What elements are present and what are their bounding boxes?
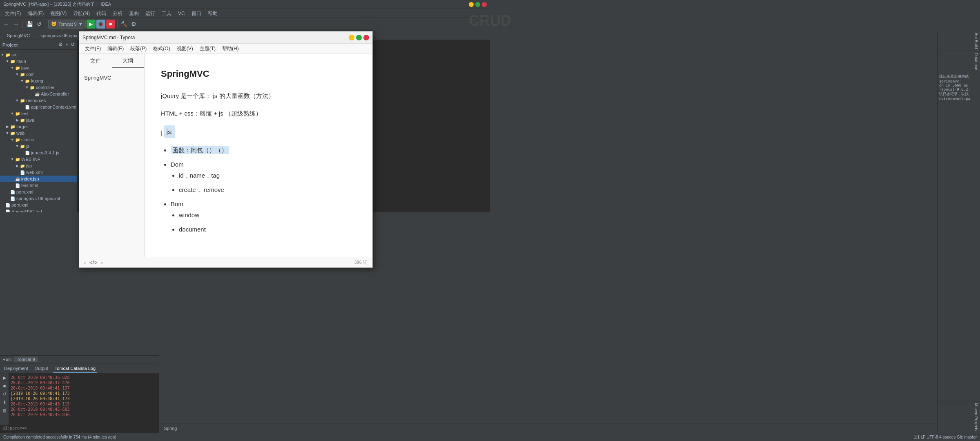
toolbar-sync[interactable]: ↺	[35, 20, 44, 29]
sidebar-title: Project	[2, 42, 18, 47]
run-config-label: Tomcat 9	[58, 22, 77, 27]
tree-label: springmvc-06-ajax.iml	[16, 196, 60, 201]
tree-arrow: ▼	[10, 138, 15, 142]
tree-item-web-inf[interactable]: ▼📁WEB-INF	[0, 156, 77, 163]
tree-item-ajaxcontroller[interactable]: ☕AjaxController	[0, 91, 77, 97]
tree-icon: 📁	[20, 163, 25, 169]
tree-item-com[interactable]: ▼📁com	[0, 71, 77, 78]
menu-item[interactable]: 代码	[93, 9, 109, 18]
menu-item[interactable]: 导航(N)	[70, 9, 93, 18]
tree-item-web[interactable]: ▼📁web	[0, 130, 77, 136]
menu-item[interactable]: 工具	[158, 9, 175, 18]
tree-item-resources[interactable]: ▼📁resources	[0, 97, 77, 104]
debug-button[interactable]: 🐞	[96, 20, 105, 29]
tree-item-main[interactable]: ▼📁main	[0, 58, 77, 65]
typora-tab-outline[interactable]: 大纲	[112, 53, 145, 68]
editor-tab-springmvc-06-ajax[interactable]: springmvc-06-ajax	[35, 31, 82, 40]
run-config-selector[interactable]: 🐱 Tomcat 9 ▼	[48, 20, 86, 29]
tree-icon: 📁	[15, 156, 20, 162]
close-button[interactable]	[482, 2, 487, 7]
tree-item-java[interactable]: ▼📁java	[0, 65, 77, 71]
minimize-button[interactable]	[469, 2, 474, 7]
tree-item-java[interactable]: ▶📁java	[0, 117, 77, 123]
typora-maximize[interactable]	[356, 35, 362, 40]
tree-label: com	[26, 72, 35, 77]
toolbar-sep3	[117, 20, 118, 28]
typora-tab-file[interactable]: 文件	[79, 53, 112, 68]
tree-label: java	[21, 65, 29, 70]
tree-item-index-jsp[interactable]: ☕index.jsp	[0, 176, 77, 182]
tree-item-target[interactable]: ▶📁target	[0, 123, 77, 130]
tree-label: WEB-INF	[21, 157, 40, 162]
tree-icon: 📄	[24, 104, 30, 110]
tree-item-pom-xml[interactable]: 📄pom.xml	[0, 189, 77, 195]
tree-label: web.xml	[26, 170, 42, 175]
tree-item-test[interactable]: ▼📁test	[0, 110, 77, 117]
tree-icon: ☕	[15, 176, 20, 182]
tree-item-springmvc-md[interactable]: 📄SpringMVC.md	[0, 208, 77, 212]
typora-minimize[interactable]	[349, 35, 354, 40]
menu-item[interactable]: 分析	[109, 9, 126, 18]
bom-sublist: window document	[179, 209, 356, 220]
tree-item-test-html[interactable]: 📄test.html	[0, 182, 77, 189]
typora-menu-item[interactable]: 文件(F)	[82, 44, 104, 53]
menu-item[interactable]: VC	[175, 9, 188, 18]
menu-item[interactable]: 帮助	[205, 9, 221, 18]
run-config-arrow: ▼	[78, 22, 83, 27]
tree-icon: 📁	[29, 85, 35, 90]
menu-item[interactable]: 编辑(E)	[24, 9, 47, 18]
toolbar-build[interactable]: 🔨	[120, 20, 129, 29]
editor-tab-springmvc[interactable]: SpringMVC	[2, 31, 35, 40]
typora-menu-item[interactable]: 帮助(H)	[219, 44, 242, 53]
toolbar-settings[interactable]: ⚙	[129, 20, 138, 29]
menu-item[interactable]: 运行	[142, 9, 158, 18]
tree-item-web-xml[interactable]: 📄web.xml	[0, 169, 77, 176]
window-title: SpringMVC [代码-ajax] – [195325] 之代码的了！ ID…	[3, 1, 111, 7]
tree-icon: 📄	[10, 196, 16, 201]
tree-item-jquery-3-4-1-js[interactable]: 📄jquery-3.4.1.js	[0, 149, 77, 156]
typora-menu-item[interactable]: 主题(T)	[196, 44, 219, 53]
toolbar-forward[interactable]: →	[11, 20, 20, 29]
tree-label: web	[16, 131, 24, 136]
typora-close[interactable]	[363, 35, 369, 40]
menu-item[interactable]: 视图(V)	[47, 9, 70, 18]
typora-sidebar: 文件 大纲 SpringMVC	[79, 53, 145, 220]
js-label-row: | js:	[161, 125, 356, 141]
tree-icon: ☕	[34, 91, 40, 97]
tree-item-pom-xml[interactable]: 📄pom.xml	[0, 202, 77, 208]
window-controls	[469, 2, 487, 7]
tree-arrow: ▼	[5, 131, 10, 135]
tree-item-src[interactable]: ▼📁src	[0, 51, 77, 58]
toolbar-save[interactable]: 💾	[25, 20, 34, 29]
tree-item-controller[interactable]: ▼📁controller	[0, 84, 77, 91]
outline-item-springmvc[interactable]: SpringMVC	[84, 73, 139, 82]
tree-label: applicationContext.xml	[31, 105, 76, 109]
tree-item-kuang[interactable]: ▼📁kuang	[0, 78, 77, 84]
tree-item-springmvc-06-ajax-iml[interactable]: 📄springmvc-06-ajax.iml	[0, 195, 77, 202]
toolbar-back[interactable]: ←	[2, 20, 11, 29]
stop-button[interactable]: ■	[106, 20, 115, 29]
tree-arrow: ▶	[15, 118, 20, 122]
menu-item[interactable]: 重构	[126, 9, 142, 18]
typora-menu-item[interactable]: 段落(P)	[127, 44, 150, 53]
tree-label: AjaxController	[41, 91, 69, 96]
typora-menu-item[interactable]: 编辑(E)	[104, 44, 127, 53]
menu-item[interactable]: 窗口	[188, 9, 205, 18]
typora-menu-item[interactable]: 视图(V)	[174, 44, 196, 53]
tree-item-jsp[interactable]: ▶📁jsp	[0, 163, 77, 169]
dom-sublist: id，name，tag create， remove	[179, 170, 356, 195]
tree-icon: 📄	[20, 169, 25, 175]
tree-arrow: ▼	[10, 66, 15, 70]
dom-item-selectors: id，name，tag	[179, 170, 356, 181]
maximize-button[interactable]	[475, 2, 480, 7]
tree-arrow: ▶	[15, 164, 20, 168]
run-button[interactable]: ▶	[87, 20, 96, 29]
tree-icon: 📄	[5, 209, 11, 212]
tree-item-applicationcontext-xml[interactable]: 📄applicationContext.xml	[0, 104, 77, 110]
tree-item-statics[interactable]: ▼📁statics	[0, 136, 77, 143]
content-para2: HTML + css：略懂 + js （超级熟练）	[161, 108, 356, 119]
tree-arrow: ▼	[15, 72, 20, 76]
menu-item[interactable]: 文件(F)	[2, 9, 24, 18]
tree-item-js[interactable]: ▼📁js	[0, 143, 77, 149]
typora-menu-item[interactable]: 格式(O)	[150, 44, 173, 53]
